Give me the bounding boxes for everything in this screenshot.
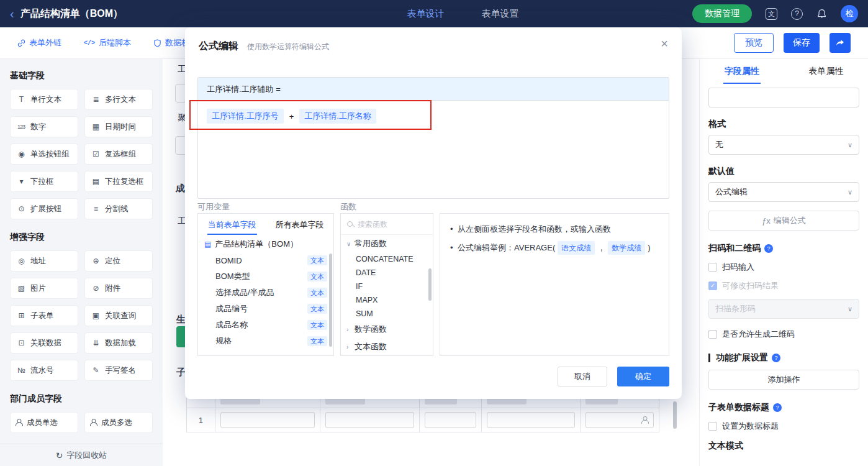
field-item-member-single[interactable]: 成员单选 [10, 412, 78, 433]
function-item-concatenate[interactable]: CONCATENATE [341, 252, 433, 266]
field-item-extend-button[interactable]: ⊙扩展按钮 [10, 198, 78, 219]
field-item-dropdown[interactable]: ▾下拉框 [10, 171, 78, 192]
field-item-data-load[interactable]: ⇊数据加载 [84, 332, 153, 354]
field-item-dropdown-multi[interactable]: ▤下拉复选框 [84, 171, 153, 192]
share-button[interactable] [830, 33, 851, 53]
save-button[interactable]: 保存 [784, 33, 820, 53]
variable-row[interactable]: BOMID文本 [198, 252, 333, 268]
data-manage-button[interactable]: 数据管理 [692, 4, 752, 23]
format-value: 无 [715, 139, 723, 150]
cell-input[interactable] [425, 412, 476, 428]
default-value-label: 默认值 [708, 166, 859, 177]
document-icon: ▤ [204, 240, 211, 249]
function-item-mapx[interactable]: MAPX [341, 293, 433, 307]
field-item-label: 关联查询 [105, 311, 136, 321]
tab-all-form-fields[interactable]: 所有表单字段 [266, 214, 333, 235]
field-title-input[interactable] [708, 88, 859, 107]
set-data-title-checkbox[interactable] [708, 422, 717, 431]
nav-form-design[interactable]: 表单设计 [407, 8, 445, 20]
function-search-input[interactable] [358, 220, 427, 229]
functions-scrollbar[interactable] [428, 268, 432, 301]
edit-formula-button[interactable]: ƒx 编辑公式 [708, 211, 859, 231]
field-item-location[interactable]: ⊕定位 [84, 250, 153, 272]
tab-current-form-fields[interactable]: 当前表单字段 [198, 214, 266, 235]
cell-input[interactable] [487, 412, 576, 428]
field-item-number[interactable]: 123数字 [10, 116, 78, 137]
hint-line-2: 公式编辑举例：AVERAGE(语文成绩，数学成绩) [450, 241, 659, 255]
default-value-select[interactable]: 公式编辑 ∨ [708, 182, 859, 202]
formula-input-area[interactable]: 工序详情.工序序号 + 工序详情.工序名称 [198, 101, 669, 132]
question-icon[interactable]: ? [764, 244, 773, 253]
variables-scrollbar[interactable] [329, 254, 332, 347]
cell-input[interactable] [325, 412, 414, 428]
back-icon[interactable]: ‹ [10, 7, 14, 20]
fx-icon: ƒx [762, 216, 771, 226]
field-item-divider[interactable]: ≡分割线 [84, 198, 153, 219]
recycle-label: 字段回收站 [66, 450, 107, 461]
field-item-member-multi[interactable]: 成员多选 [84, 412, 153, 433]
dropdown-icon: ▾ [16, 177, 27, 186]
section-title-member-fields: 部门成员字段 [10, 393, 153, 404]
field-item-signature[interactable]: ✎手写签名 [84, 360, 153, 381]
field-item-lookup[interactable]: ▣关联查询 [84, 305, 153, 326]
function-item-if[interactable]: IF [341, 280, 433, 293]
field-item-label: 数据加载 [105, 338, 136, 349]
tab-field-properties[interactable]: 字段属性 [700, 59, 784, 84]
field-item-multi-line-text[interactable]: ≣多行文本 [84, 89, 153, 110]
language-icon[interactable]: 文 [766, 8, 777, 20]
table-cell [215, 408, 321, 432]
function-group-text[interactable]: › 文本函数 [341, 338, 433, 355]
properties-sidebar: 字段属性 表单属性 格式 无 ∨ 默认值 公式编辑 ∨ ƒx 编辑公式 扫码和二… [699, 59, 868, 466]
backend-script-link[interactable]: </> 后端脚本 [84, 37, 131, 48]
confirm-button[interactable]: 确定 [617, 367, 669, 386]
field-item-radio-group[interactable]: ◉单选按钮组 [10, 144, 78, 165]
scan-input-checkbox[interactable] [708, 263, 717, 272]
checkbox-icon: ☑ [90, 150, 101, 158]
format-select[interactable]: 无 ∨ [708, 135, 859, 155]
field-item-datetime[interactable]: ▦日期时间 [84, 116, 153, 137]
preview-button[interactable]: 预览 [734, 33, 774, 53]
field-item-serial-number[interactable]: №流水号 [10, 360, 78, 381]
help-icon[interactable]: ? [791, 8, 803, 20]
field-item-linked-data[interactable]: ⊡关联数据 [10, 332, 78, 354]
field-item-single-line-text[interactable]: T单行文本 [10, 89, 78, 110]
field-item-image[interactable]: ▧图片 [10, 278, 78, 299]
variable-row[interactable]: 选择成品/半成品文本 [198, 285, 333, 301]
question-icon[interactable]: ? [773, 403, 782, 412]
variable-row[interactable]: BOM类型文本 [198, 268, 333, 285]
set-data-title-row: 设置为数据标题 [708, 421, 859, 432]
add-action-button[interactable]: 添加操作 [708, 370, 859, 390]
function-item-sum[interactable]: SUM [341, 307, 433, 321]
nav-form-settings[interactable]: 表单设置 [482, 8, 519, 20]
formula-chip-1[interactable]: 工序详情.工序序号 [207, 109, 284, 124]
tab-form-properties[interactable]: 表单属性 [784, 59, 868, 84]
field-item-address[interactable]: ◎地址 [10, 250, 78, 272]
bell-icon[interactable] [816, 9, 827, 19]
field-item-subform[interactable]: ⊞子表单 [10, 305, 78, 326]
variable-row[interactable]: 成品编号文本 [198, 301, 333, 317]
variable-row[interactable]: 成品名称文本 [198, 317, 333, 333]
function-group-label: 常用函数 [355, 238, 387, 249]
toolbar-link-label: 表单外链 [29, 37, 61, 48]
field-item-checkbox-group[interactable]: ☑复选框组 [84, 144, 153, 165]
share-arrow-icon [835, 38, 845, 48]
question-icon[interactable]: ? [772, 354, 780, 362]
field-recycle-bin[interactable]: ↻ 字段回收站 [0, 444, 163, 466]
canvas-scrollbar[interactable] [673, 401, 677, 429]
function-group-math[interactable]: › 数学函数 [341, 321, 433, 338]
form-external-link[interactable]: 表单外链 [17, 37, 61, 48]
member-cell-input[interactable] [585, 412, 654, 428]
cancel-button[interactable]: 取消 [558, 367, 607, 386]
close-icon[interactable]: × [661, 37, 668, 50]
modify-result-checkbox[interactable] [708, 281, 717, 290]
variable-row[interactable]: 规格文本 [198, 333, 333, 349]
variables-tree-root[interactable]: ▤ 产品结构清单（BOM） [198, 235, 333, 252]
allow-qrcode-checkbox[interactable] [708, 330, 717, 339]
formula-editor-modal: 公式编辑 使用数学运算符编辑公式 × 工序详情.工序辅助 = 工序详情.工序序号… [185, 27, 682, 399]
function-group-common[interactable]: ∨ 常用函数 [341, 235, 433, 252]
formula-chip-2[interactable]: 工序详情.工序名称 [299, 109, 376, 124]
function-item-date[interactable]: DATE [341, 266, 433, 280]
avatar[interactable]: 检 [841, 5, 858, 22]
cell-input[interactable] [220, 412, 315, 428]
field-item-attachment[interactable]: ⊘附件 [84, 278, 153, 299]
